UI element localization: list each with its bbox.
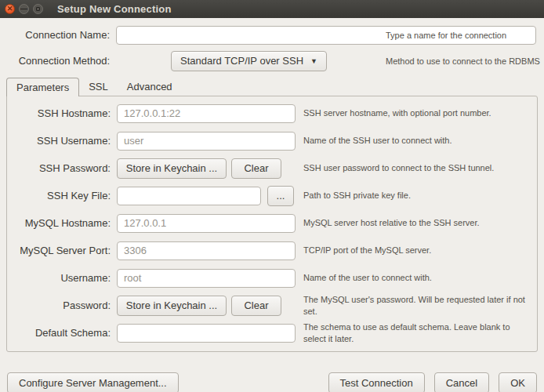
field-control xyxy=(117,132,296,151)
form-row: SSH Hostname: SSH server hostname, with … xyxy=(7,100,537,127)
form-row: Password: Store in Keychain ...Clear The… xyxy=(7,292,537,319)
connection-method-dropdown[interactable]: Standard TCP/IP over SSH ▼ xyxy=(171,51,327,71)
connection-method-row: Connection Method: Standard TCP/IP over … xyxy=(8,51,536,71)
form-row: Default Schema: The schema to use as def… xyxy=(7,319,537,347)
connection-name-row: Connection Name: Type a name for the con… xyxy=(8,25,536,45)
field-hint: Name of the user to connect with. xyxy=(303,272,537,283)
field-hint: TCP/IP port of the MySQL server. xyxy=(303,245,537,256)
form-row: Username: Name of the user to connect wi… xyxy=(7,264,537,292)
field-control: Store in Keychain ...Clear xyxy=(117,158,296,179)
text-input[interactable] xyxy=(117,132,296,151)
text-input[interactable] xyxy=(117,241,296,260)
form-row: MySQL Server Port: TCP/IP port of the My… xyxy=(7,237,537,264)
configure-server-management-button[interactable]: Configure Server Management... xyxy=(7,372,179,392)
field-label: Username: xyxy=(7,272,111,284)
connection-method-value: Standard TCP/IP over SSH xyxy=(180,55,303,67)
field-control xyxy=(117,241,296,260)
close-button[interactable]: ✕ xyxy=(5,4,15,14)
text-input[interactable] xyxy=(117,104,296,123)
chevron-down-icon: ▼ xyxy=(310,57,317,65)
field-label: Default Schema: xyxy=(7,327,111,339)
parameters-panel: SSH Hostname: SSH server hostname, with … xyxy=(6,96,538,352)
clear-button[interactable]: Clear xyxy=(231,158,281,179)
window-title: Setup New Connection xyxy=(57,3,172,15)
field-control xyxy=(117,104,296,123)
field-control: ... xyxy=(117,186,296,206)
field-label: MySQL Hostname: xyxy=(7,217,111,229)
text-input[interactable] xyxy=(117,269,296,288)
field-hint: SSH server hostname, with optional port … xyxy=(303,107,537,118)
browse-button[interactable]: ... xyxy=(267,186,294,206)
form-row: SSH Password: Store in Keychain ...Clear… xyxy=(7,154,537,182)
tab-bar: Parameters SSL Advanced xyxy=(6,77,544,96)
text-input[interactable] xyxy=(117,324,296,343)
field-control xyxy=(117,214,296,233)
store-keychain-button[interactable]: Store in Keychain ... xyxy=(117,296,227,316)
file-path-input[interactable] xyxy=(117,187,261,205)
tab-ssl[interactable]: SSL xyxy=(79,77,118,96)
connection-method-hint: Method to use to connect to the RDBMS xyxy=(386,55,544,66)
form-row: SSH Username: Name of the SSH user to co… xyxy=(7,127,537,154)
footer: Configure Server Management... Test Conn… xyxy=(0,372,544,392)
test-connection-button[interactable]: Test Connection xyxy=(328,372,425,392)
cancel-button[interactable]: Cancel xyxy=(434,372,489,392)
footer-right-group: Test Connection Cancel OK xyxy=(328,372,538,392)
field-label: SSH Username: xyxy=(7,135,111,147)
field-hint: SSH user password to connect to the SSH … xyxy=(303,162,537,173)
connection-method-label: Connection Method: xyxy=(8,55,110,67)
field-control xyxy=(117,269,296,288)
tab-parameters[interactable]: Parameters xyxy=(6,78,79,96)
field-hint: MySQL server host relative to the SSH se… xyxy=(303,217,537,228)
field-label: SSH Password: xyxy=(7,162,111,174)
field-label: SSH Key File: xyxy=(7,190,111,201)
form-row: SSH Key File: ... Path to SSH private ke… xyxy=(7,182,537,209)
text-input[interactable] xyxy=(117,214,296,233)
title-bar: ✕ — Setup New Connection xyxy=(0,0,544,18)
field-control xyxy=(117,324,296,343)
field-hint: Path to SSH private key file. xyxy=(303,190,537,201)
tab-advanced[interactable]: Advanced xyxy=(118,77,182,96)
clear-button[interactable]: Clear xyxy=(231,296,281,316)
connection-name-label: Connection Name: xyxy=(8,29,110,41)
connection-name-hint: Type a name for the connection xyxy=(386,29,544,40)
maximize-button[interactable] xyxy=(33,4,43,14)
field-hint: The MySQL user's password. Will be reque… xyxy=(303,294,537,317)
ok-button[interactable]: OK xyxy=(499,372,537,392)
form-row: MySQL Hostname: MySQL server host relati… xyxy=(7,209,537,237)
field-label: SSH Hostname: xyxy=(7,107,111,119)
field-hint: The schema to use as default schema. Lea… xyxy=(303,321,537,344)
field-label: Password: xyxy=(7,299,111,311)
top-section: Connection Name: Type a name for the con… xyxy=(0,18,544,71)
store-keychain-button[interactable]: Store in Keychain ... xyxy=(117,158,227,179)
field-hint: Name of the SSH user to connect with. xyxy=(303,135,537,146)
minimize-button[interactable]: — xyxy=(19,4,29,14)
field-label: MySQL Server Port: xyxy=(7,245,111,256)
field-control: Store in Keychain ...Clear xyxy=(117,296,296,316)
